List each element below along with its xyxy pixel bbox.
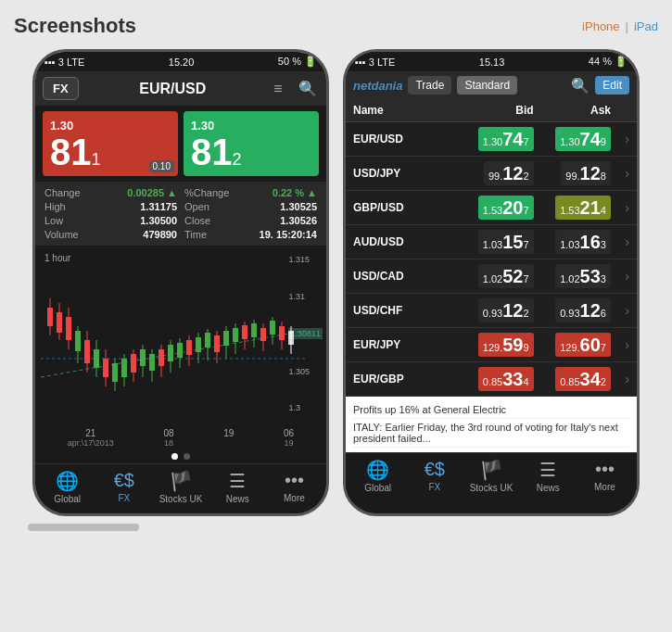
right-phone-screen: ▪▪▪ 3 LTE 15.13 44 % 🔋 netdania Trade St… bbox=[346, 52, 637, 502]
scrollbar[interactable] bbox=[28, 524, 644, 531]
nd-nav-more-label: More bbox=[594, 482, 615, 492]
left-signal: ▪▪▪ 3 LTE bbox=[44, 57, 84, 68]
nd-global-icon: 🌐 bbox=[366, 459, 389, 481]
svg-rect-15 bbox=[103, 359, 108, 377]
nav-stocks[interactable]: 🏴 Stocks UK bbox=[152, 470, 209, 504]
svg-rect-19 bbox=[121, 359, 127, 377]
svg-rect-47 bbox=[251, 323, 257, 337]
row-eurjpy[interactable]: EUR/JPY 129. 59 9 129. 60 bbox=[346, 328, 637, 362]
price-diff: 0.10 bbox=[149, 160, 174, 172]
nav-more[interactable]: ••• More bbox=[266, 470, 323, 504]
fx-button[interactable]: FX bbox=[43, 77, 79, 100]
stat-row-high: High 1.31175 bbox=[44, 201, 177, 212]
svg-rect-9 bbox=[75, 331, 81, 351]
bid-price-box[interactable]: 1.30 81 1 0.10 bbox=[43, 111, 178, 176]
row-eurgbp[interactable]: EUR/GBP 0.85 33 4 0.85 34 bbox=[346, 362, 637, 397]
stat-row-time: Time 19. 15:20:14 bbox=[184, 229, 317, 240]
nd-search-icon[interactable]: 🔍 bbox=[571, 77, 590, 95]
nav-more-label: More bbox=[284, 493, 305, 503]
svg-rect-29 bbox=[168, 345, 173, 361]
stat-row-open: Open 1.30525 bbox=[184, 201, 317, 212]
nd-nav-stocks[interactable]: 🏴 Stocks UK bbox=[463, 459, 519, 493]
nav-fx[interactable]: €$ FX bbox=[95, 470, 152, 504]
svg-rect-13 bbox=[94, 349, 99, 368]
svg-rect-3 bbox=[47, 308, 53, 326]
th-ask: Ask bbox=[534, 104, 611, 117]
nd-fx-nav-icon: €$ bbox=[425, 459, 445, 480]
chart-dates: 21 apr.\17\2013 08 18 19 06 19 bbox=[35, 426, 326, 449]
svg-rect-5 bbox=[57, 312, 62, 333]
ask-price-box[interactable]: 1.30 81 2 bbox=[184, 111, 319, 176]
page-title: Screenshots bbox=[14, 14, 136, 38]
svg-rect-53 bbox=[279, 326, 285, 340]
svg-rect-55 bbox=[288, 331, 294, 345]
row-usdchf[interactable]: USD/CHF 0.93 12 2 0.93 12 bbox=[346, 294, 637, 328]
nd-trade-tab[interactable]: Trade bbox=[408, 76, 451, 95]
row-gbpusd[interactable]: GBP/USD 1.53 20 7 1.53 21 bbox=[346, 191, 637, 225]
nd-nav-more[interactable]: ••• More bbox=[577, 459, 633, 493]
svg-rect-51 bbox=[270, 321, 275, 335]
svg-rect-35 bbox=[196, 337, 201, 352]
nd-nav-fx-label: FX bbox=[428, 482, 440, 492]
svg-rect-49 bbox=[260, 328, 266, 341]
svg-rect-27 bbox=[158, 349, 164, 366]
left-bottom-nav: 🌐 Global €$ FX 🏴 Stocks UK ☰ News bbox=[35, 463, 326, 513]
row-audusd[interactable]: AUD/USD 1.03 15 7 1.03 16 bbox=[346, 225, 637, 259]
chevron-eurgbp: › bbox=[611, 372, 629, 386]
svg-rect-41 bbox=[223, 331, 229, 346]
stocks-icon: 🏴 bbox=[170, 470, 193, 492]
row-usdjpy[interactable]: USD/JPY 99. 12 2 99. 12 bbox=[346, 157, 637, 191]
right-phone: ▪▪▪ 3 LTE 15.13 44 % 🔋 netdania Trade St… bbox=[343, 49, 640, 516]
dot-1 bbox=[171, 453, 178, 460]
nav-global-label: Global bbox=[54, 494, 81, 504]
row-usdcad[interactable]: USD/CAD 1.02 52 7 1.02 53 bbox=[346, 259, 637, 294]
scrollbar-thumb bbox=[28, 524, 139, 531]
nd-standard-tab[interactable]: Standard bbox=[457, 76, 517, 95]
chart-area[interactable]: 1 hour 1.315 1.31 1.30811 1.305 1.3 bbox=[35, 246, 326, 426]
news-item-1[interactable]: Profits up 16% at General Electric bbox=[353, 401, 629, 419]
svg-rect-23 bbox=[140, 349, 146, 366]
nd-topbar: netdania Trade Standard 🔍 Edit bbox=[346, 71, 637, 99]
chevron-gbpusd: › bbox=[611, 200, 629, 215]
nd-news: Profits up 16% at General Electric ITALY… bbox=[346, 397, 637, 452]
chevron-eurjpy: › bbox=[611, 337, 629, 352]
nd-nav-news[interactable]: ☰ News bbox=[520, 459, 577, 493]
bid-prefix: 1.30 bbox=[50, 119, 73, 133]
svg-rect-7 bbox=[66, 317, 71, 340]
left-battery: 50 % 🔋 bbox=[278, 56, 317, 68]
news-icon: ☰ bbox=[229, 470, 246, 492]
fx-search-icon[interactable]: 🔍 bbox=[297, 80, 319, 97]
svg-rect-31 bbox=[177, 343, 183, 358]
th-bid: Bid bbox=[456, 104, 533, 117]
stats-grid: Change 0.00285 ▲ %Change 0.22 % ▲ High 1… bbox=[35, 182, 326, 246]
nav-global[interactable]: 🌐 Global bbox=[39, 470, 95, 504]
nd-nav-stocks-label: Stocks UK bbox=[470, 483, 514, 493]
page-container: Screenshots iPhone | iPad ▪▪▪ 3 LTE 15.2… bbox=[14, 14, 658, 531]
svg-rect-25 bbox=[149, 354, 155, 371]
nd-table-header: Name Bid Ask bbox=[346, 99, 637, 122]
page-dots bbox=[35, 449, 326, 463]
chevron-audusd: › bbox=[611, 234, 629, 249]
svg-rect-37 bbox=[205, 333, 210, 348]
nd-stocks-icon: 🏴 bbox=[480, 459, 503, 481]
global-icon: 🌐 bbox=[56, 470, 79, 492]
ipad-tab[interactable]: iPad bbox=[634, 19, 658, 33]
th-name: Name bbox=[353, 104, 456, 117]
dot-2 bbox=[184, 453, 190, 460]
bid-big: 81 bbox=[50, 133, 92, 171]
fx-pair-title: EUR/USD bbox=[86, 81, 260, 97]
left-time: 15.20 bbox=[169, 57, 195, 68]
nav-news[interactable]: ☰ News bbox=[209, 470, 266, 504]
right-time: 15.13 bbox=[479, 57, 505, 68]
fx-menu-icon[interactable]: ≡ bbox=[267, 81, 289, 97]
svg-rect-21 bbox=[131, 354, 136, 373]
nd-edit-button[interactable]: Edit bbox=[595, 76, 629, 95]
chevron-usdjpy: › bbox=[611, 166, 629, 181]
news-item-2[interactable]: ITALY: Earlier Friday, the 3rd round of … bbox=[353, 419, 629, 448]
row-eurusd[interactable]: EUR/USD 1.30 74 7 1.30 74 bbox=[346, 122, 637, 157]
left-phone: ▪▪▪ 3 LTE 15.20 50 % 🔋 FX EUR/USD ≡ 🔍 bbox=[32, 49, 329, 516]
right-battery: 44 % 🔋 bbox=[589, 56, 628, 68]
nd-nav-fx[interactable]: €$ FX bbox=[406, 459, 463, 493]
iphone-tab[interactable]: iPhone bbox=[582, 19, 619, 33]
nd-nav-global[interactable]: 🌐 Global bbox=[349, 459, 406, 493]
